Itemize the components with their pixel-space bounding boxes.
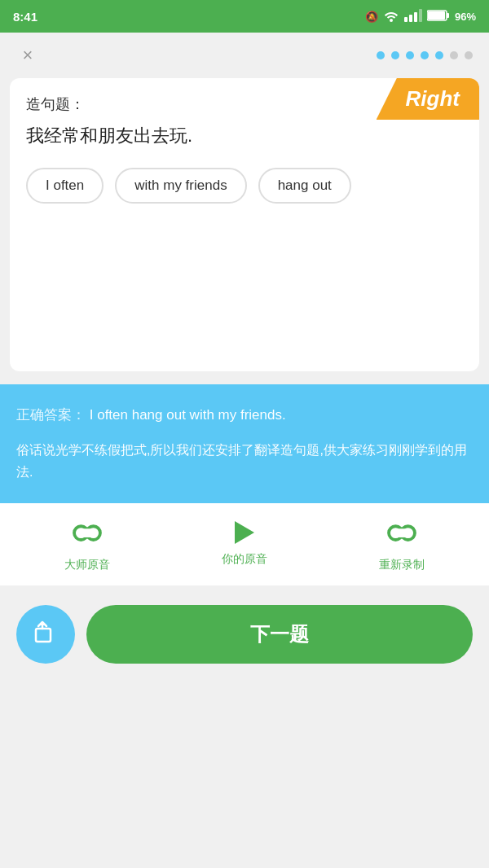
share-button[interactable] [16, 605, 75, 664]
dot-5 [435, 51, 443, 59]
right-badge: Right [377, 78, 479, 120]
play-icon [235, 521, 254, 544]
svg-rect-3 [419, 9, 422, 22]
correct-answer: 正确答案： I often hang out with my friends. [16, 404, 473, 426]
svg-rect-1 [409, 15, 412, 22]
status-bar: 8:41 🔕 96% [0, 0, 489, 33]
audio-master[interactable]: 大师原音 [64, 521, 110, 572]
svg-rect-13 [36, 629, 51, 642]
dot-2 [391, 51, 399, 59]
battery-percent: 96% [455, 11, 476, 23]
signal-icon [404, 9, 422, 24]
battery-icon [427, 10, 450, 24]
correct-label: 正确答案： [16, 407, 86, 423]
wifi-icon [383, 9, 399, 24]
close-button[interactable]: × [16, 44, 39, 67]
main-card: Right 造句题： 我经常和朋友出去玩. I often with my fr… [10, 78, 479, 371]
word-chips: I often with my friends hang out [26, 168, 463, 204]
correct-text: I often hang out with my friends. [90, 407, 286, 423]
mute-icon: 🔕 [365, 11, 378, 23]
answer-section: 正确答案： I often hang out with my friends. … [0, 384, 489, 503]
dot-3 [406, 51, 414, 59]
action-bar: 下一题 [0, 585, 489, 683]
audio-rerecord-label: 重新录制 [379, 558, 425, 572]
dot-1 [377, 51, 385, 59]
next-button[interactable]: 下一题 [86, 605, 473, 664]
status-time: 8:41 [13, 10, 37, 24]
status-icons: 🔕 96% [365, 9, 476, 24]
progress-dots [377, 51, 473, 59]
share-icon [33, 619, 58, 649]
chinese-sentence: 我经常和朋友出去玩. [26, 124, 463, 148]
loop-icon-rerecord [386, 521, 417, 551]
dot-6 [450, 51, 458, 59]
svg-rect-12 [395, 528, 409, 537]
dot-4 [421, 51, 429, 59]
chip-i-often[interactable]: I often [26, 168, 104, 204]
loop-icon-master [72, 521, 103, 551]
svg-rect-6 [447, 13, 449, 18]
chip-hang-out[interactable]: hang out [258, 168, 351, 204]
dot-7 [465, 51, 473, 59]
svg-rect-0 [404, 17, 408, 22]
svg-rect-5 [428, 11, 445, 20]
chip-with-my-friends[interactable]: with my friends [115, 168, 246, 204]
audio-master-label: 大师原音 [64, 558, 110, 572]
top-nav: × [0, 33, 489, 78]
svg-rect-9 [80, 528, 94, 537]
explanation-text: 俗话说光学不练假把式,所以我们还安排了翻译造句题,供大家练习刚刚学到的用法. [16, 439, 473, 483]
audio-row: 大师原音 你的原音 重新录制 [0, 503, 489, 585]
svg-rect-2 [414, 12, 417, 22]
audio-mine-label: 你的原音 [222, 552, 267, 567]
audio-mine[interactable]: 你的原音 [222, 521, 267, 572]
audio-rerecord[interactable]: 重新录制 [379, 521, 425, 572]
